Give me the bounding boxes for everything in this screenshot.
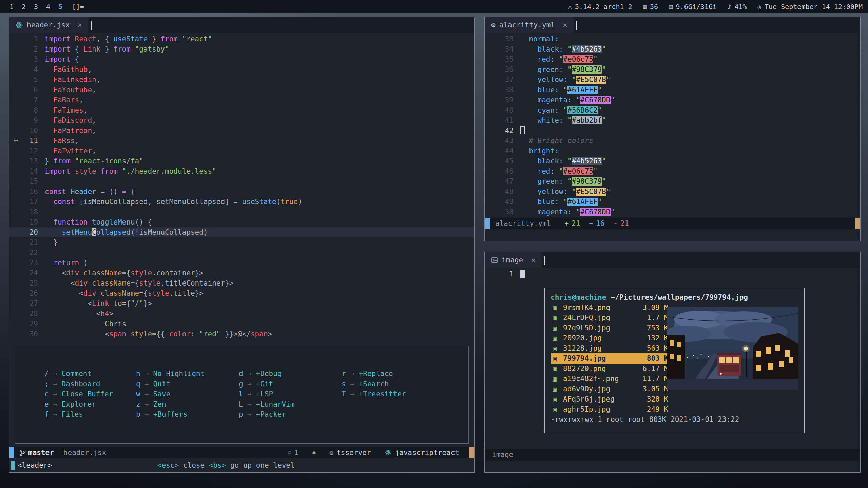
code-line[interactable]: 50 magenta: "#C678DD" — [485, 207, 860, 217]
code-line[interactable]: 6 FaYoutube, — [9, 85, 474, 95]
code-line[interactable]: 3import { — [9, 54, 474, 64]
code-line[interactable]: 41 white: "#abb2bf" — [485, 115, 860, 125]
code-line[interactable]: 30 <span style={{ color: "red" }}>@</spa… — [9, 329, 474, 339]
whichkey-item--debug[interactable]: d → +Debug — [239, 369, 342, 379]
whichkey-item-quit[interactable]: q → Quit — [136, 379, 239, 389]
file-row[interactable]: ▣31228.jpg563 K — [551, 343, 671, 353]
whichkey-item-zen[interactable]: z → Zen — [136, 399, 239, 409]
file-row[interactable]: ▣20920.jpg132 K — [551, 333, 671, 343]
whichkey-item-no-highlight[interactable]: h → No Highlight — [136, 369, 239, 379]
whichkey-item-comment[interactable]: / → Comment — [44, 369, 136, 379]
whichkey-item-dashboard[interactable]: ; → Dashboard — [44, 379, 136, 389]
code-line[interactable]: 26 <div className={style.title}> — [9, 288, 474, 298]
code-line[interactable]: 25 <div className={style.titleContainer}… — [9, 278, 474, 288]
code-area-bottom-right[interactable]: 1 — [485, 268, 860, 279]
file-row[interactable]: ▣882720.png6.17 M — [551, 364, 671, 374]
code-line[interactable]: 33 normal: — [485, 34, 860, 44]
close-icon[interactable]: × — [531, 256, 536, 265]
file-row[interactable]: ▣ad6v9Oy.jpg3.05 M — [551, 384, 671, 394]
code-line[interactable]: 44 bright: — [485, 146, 860, 156]
code-line[interactable]: 40 cyan: "#56B6C2" — [485, 105, 860, 115]
code-line[interactable]: 42 — [485, 125, 860, 136]
code-line[interactable]: 39 magenta: "#C678DD" — [485, 95, 860, 105]
code-line[interactable]: 2import { Link } from "gatsby" — [9, 44, 474, 54]
whichkey-item--treesitter[interactable]: T → +Treesitter — [342, 389, 406, 399]
whichkey-item-files[interactable]: f → Files — [44, 409, 136, 419]
workspace-2[interactable]: 2 — [18, 3, 30, 11]
whichkey-item--git[interactable]: g → +Git — [239, 379, 342, 389]
code-line[interactable]: 28 <h4> — [9, 309, 474, 319]
code-line[interactable]: 45 black: "#4b5263" — [485, 156, 860, 166]
code-line[interactable]: 13} from "react-icons/fa" — [9, 156, 474, 166]
code-line[interactable]: 19 function toggleMenu() { — [9, 217, 474, 227]
buffer-bottom-right[interactable]: 1 chris@machine~/Pictures/wallpapers/799… — [485, 268, 860, 449]
workspace-4[interactable]: 4 — [42, 3, 54, 11]
code-line[interactable]: 1import React, { useState } from "react" — [9, 34, 474, 44]
whichkey-item-close-buffer[interactable]: c → Close Buffer — [44, 389, 136, 399]
code-line[interactable]: 27 <Link to={"/"}> — [9, 298, 474, 309]
close-icon[interactable]: × — [77, 21, 82, 30]
layout-symbol[interactable]: []= — [72, 3, 84, 11]
workspace-1[interactable]: 1 — [5, 3, 18, 11]
whichkey-item-explorer[interactable]: e → Explorer — [44, 399, 136, 409]
code-line[interactable]: 23 return ( — [9, 258, 474, 268]
code-line[interactable]: 34 black: "#4b5263" — [485, 44, 860, 54]
tab-image[interactable]: image × — [485, 252, 542, 268]
whichkey-item--lunarvim[interactable]: L → +LunarVim — [239, 399, 342, 409]
code-line[interactable]: 21 } — [9, 237, 474, 248]
code-line[interactable]: 4 FaGithub, — [9, 64, 474, 75]
code-line[interactable]: 7 FaBars, — [9, 95, 474, 105]
code-line[interactable]: ☼11 FaRss, — [9, 136, 474, 146]
code-line[interactable]: 22 — [9, 248, 474, 258]
command-line-empty[interactable] — [485, 461, 860, 472]
code-line[interactable]: 43 # Bright colors — [485, 136, 860, 146]
code-line[interactable]: 10 FaPatreon, — [9, 125, 474, 136]
code-line[interactable]: 18 — [9, 207, 474, 217]
code-area-left[interactable]: 1import React, { useState } from "react"… — [9, 33, 474, 344]
code-line[interactable]: 8 FaTimes, — [9, 105, 474, 115]
diagnostics-indicator[interactable]: ☼ 1 — [288, 449, 298, 457]
code-line[interactable]: 5 FaLinkedin, — [9, 75, 474, 85]
workspace-3[interactable]: 3 — [30, 3, 42, 11]
code-line[interactable]: 48 yellow: "#E5C07B" — [485, 187, 860, 197]
code-line[interactable]: 12 FaTwitter, — [9, 146, 474, 156]
whichkey-item--replace[interactable]: r → +Replace — [342, 369, 406, 379]
code-line[interactable]: 16const Header = () ⇒ { — [9, 187, 474, 197]
code-line[interactable]: 38 blue: "#61AFEF" — [485, 85, 860, 95]
code-line[interactable]: 20 setMenuCollapsed(!isMenuCollapsed) — [9, 227, 474, 237]
code-line[interactable]: 35 red: "#e06c75" — [485, 54, 860, 64]
code-line[interactable]: 47 green: "#98C379" — [485, 176, 860, 187]
code-line[interactable]: 17 const [isMenuCollapsed, setMenuCollap… — [9, 197, 474, 207]
git-branch-name[interactable]: master — [28, 449, 54, 457]
tab-header-jsx[interactable]: header.jsx × — [9, 17, 88, 33]
file-row[interactable]: ▣97q9L5D.jpg753 K — [551, 323, 671, 333]
code-line[interactable]: 14import style from "./header.module.les… — [9, 166, 474, 176]
file-row[interactable]: ▣24LrDFQ.jpg1.7 M — [551, 313, 671, 323]
whichkey-item--packer[interactable]: p → +Packer — [239, 409, 342, 419]
file-row[interactable]: ▣9rsmTK4.png3.09 M — [551, 302, 671, 313]
code-line[interactable]: 15 — [9, 176, 474, 187]
whichkey-item-save[interactable]: w → Save — [136, 389, 239, 399]
code-line[interactable]: 9 FaDiscord, — [9, 115, 474, 125]
lightbulb-icon[interactable]: ☼ — [9, 136, 22, 146]
file-row[interactable]: ▣AFq5r6j.jpeg320 K — [551, 394, 671, 404]
code-line[interactable]: 49 blue: "#61AFEF" — [485, 197, 860, 207]
tab-alacritty-yml[interactable]: ⚙ alacritty.yml × — [485, 17, 574, 33]
whichkey-item--lsp[interactable]: l → +LSP — [239, 389, 342, 399]
close-icon[interactable]: × — [563, 21, 567, 30]
whichkey-item--search[interactable]: s → +Search — [342, 379, 406, 389]
file-row[interactable]: ▣a19c482f~.png11.7 M — [551, 374, 671, 384]
workspace-5[interactable]: 5 — [54, 3, 66, 11]
file-row[interactable]: ▣799794.jpg803 K — [551, 353, 671, 364]
code-line[interactable]: 1 — [485, 269, 860, 279]
code-line[interactable]: 37 yellow: "#E5C07B" — [485, 75, 860, 85]
code-area-top-right[interactable]: 33 normal:34 black: "#4b5263"35 red: "#e… — [485, 33, 860, 218]
command-line[interactable]: <leader> <esc> close <bs> go up one leve… — [9, 458, 474, 472]
code-line[interactable]: 46 red: "#e06c75" — [485, 166, 860, 176]
whichkey-item--buffers[interactable]: b → +Buffers — [136, 409, 239, 419]
code-line[interactable]: 36 green: "#98C379" — [485, 64, 860, 75]
code-line[interactable]: 24 <div className={style.container}> — [9, 268, 474, 278]
command-line-empty[interactable] — [485, 229, 860, 241]
code-line[interactable]: 29 Chris — [9, 319, 474, 329]
file-row[interactable]: ▣aghr5Ip.jpg249 K — [551, 404, 671, 414]
